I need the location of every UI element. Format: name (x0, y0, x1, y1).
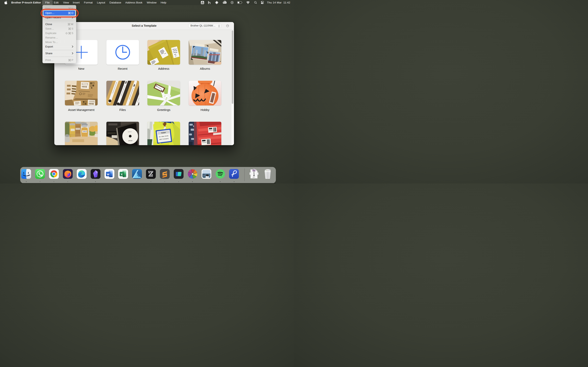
svg-text:ZIP: ZIP (252, 177, 255, 178)
svg-text:W: W (107, 173, 109, 176)
svg-text:X: X (121, 173, 123, 176)
svg-text:GARLIC: GARLIC (83, 131, 87, 132)
